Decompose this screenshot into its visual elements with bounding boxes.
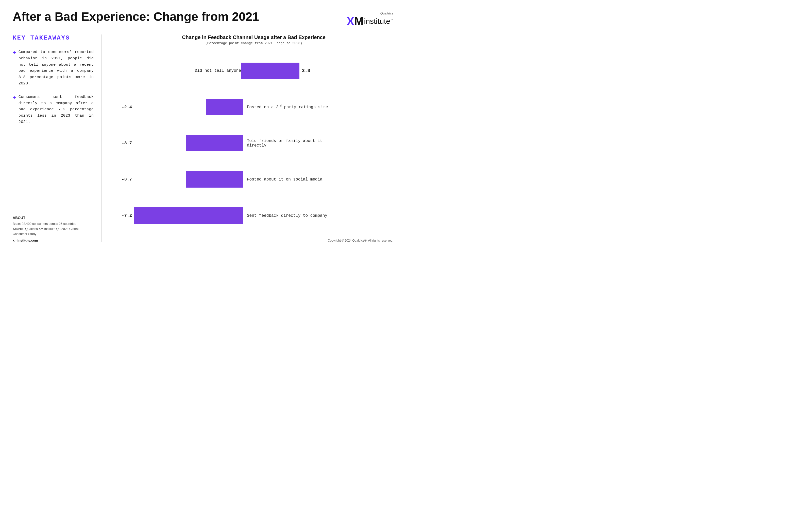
bar-value-left-3: -3.7 [114,141,132,146]
bar-container-5: Sent feedback directly to company [134,207,312,224]
bar-label-before-1: Did not tell anyone [195,68,241,73]
left-panel: KEY TAKEAWAYS + Compared to consumers' r… [13,35,101,242]
page-wrapper: After a Bad Experience: Change from 2021… [0,0,406,253]
bar-row-2: -2.4 Posted on a 3rd party ratings site [114,93,393,121]
bar-container-1: Did not tell anyone 3.8 [132,63,310,79]
chart-area: Did not tell anyone 3.8 -2.4 Posted on [114,53,393,236]
xm-m: M [354,16,364,27]
xminstitute-link[interactable]: xminstitute.com [13,238,94,242]
main-title: After a Bad Experience: Change from 2021 [13,10,259,23]
about-section: ABOUT Base: 28,400 consumers across 26 c… [13,212,94,242]
bar-2 [206,99,243,115]
takeaway-plus-1: + [13,49,16,56]
bar-value-left-5: -7.2 [114,213,132,218]
bar-label-right-3: Told friends or family about itdirectly [247,139,322,148]
bar-value-left-4: -3.7 [114,177,132,182]
takeaway-item-2: + Consumers sent feedback directly to a … [13,94,94,125]
chart-title: Change in Feedback Channel Usage after a… [114,35,393,40]
takeaway-text-1: Compared to consumers' reported behavior… [18,49,94,87]
about-source: Source: Qualtrics XM Institute Q3 2023 G… [13,226,94,236]
takeaway-text-2: Consumers sent feedback directly to a co… [18,94,94,125]
bar-container-4: Posted about it on social media [134,171,312,187]
chart-subtitle: (Percentage point change from 2021 usage… [114,41,393,45]
bar-row-1: Did not tell anyone 3.8 [114,57,393,85]
bar-3 [186,135,243,151]
bar-row-4: -3.7 Posted about it on social media [114,166,393,193]
takeaway-item-1: + Compared to consumers' reported behavi… [13,49,94,87]
bar-value-left-2: -2.4 [114,105,132,110]
bar-row-3: -3.7 Told friends or family about itdire… [114,129,393,157]
about-base: Base: 28,400 consumers across 26 countri… [13,221,94,226]
about-title: ABOUT [13,216,94,220]
bar-row-5: -7.2 Sent feedback directly to company [114,202,393,230]
bar-label-right-4: Posted about it on social media [247,177,322,182]
takeaways-title: KEY TAKEAWAYS [13,35,94,41]
institute-label: institute™ [364,17,393,25]
logo-area: Qualtrics X M institute™ [347,10,393,27]
bar-label-right-2: Posted on a 3rd party ratings site [247,105,328,110]
takeaway-plus-2: + [13,94,16,101]
bar-container-3: Told friends or family about itdirectly [134,135,312,151]
bar-container-2: Posted on a 3rd party ratings site [134,99,312,115]
bar-label-right-5: Sent feedback directly to company [247,214,327,218]
bar-1 [241,63,299,79]
takeaways-section: KEY TAKEAWAYS + Compared to consumers' r… [13,35,94,132]
qualtrics-label: Qualtrics [380,11,393,15]
right-panel: Change in Feedback Channel Usage after a… [101,35,393,242]
xm-x: X [347,16,354,27]
content-row: KEY TAKEAWAYS + Compared to consumers' r… [13,35,393,242]
bar-4 [186,171,243,187]
copyright: Copyright © 2024 Qualtrics®. All rights … [114,239,393,242]
xm-logo: X M institute™ [347,16,393,27]
bar-value-1: 3.8 [302,68,310,73]
header: After a Bad Experience: Change from 2021… [13,10,393,27]
bar-5 [134,207,243,224]
